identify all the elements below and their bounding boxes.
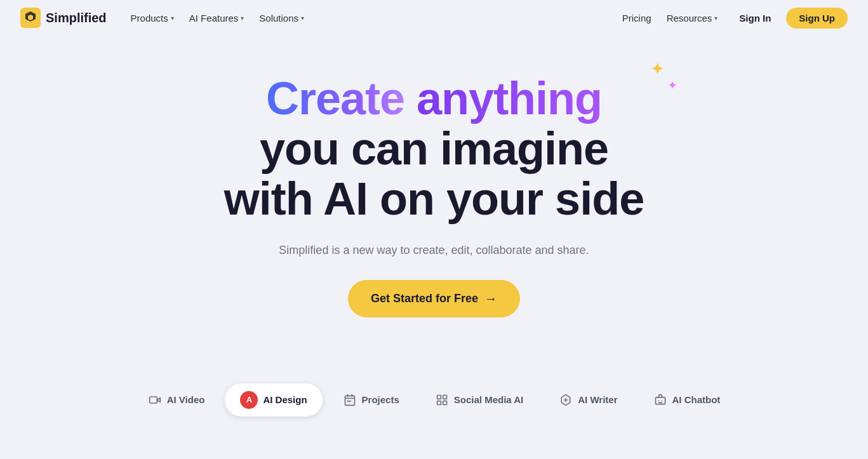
- logo-icon: [20, 8, 41, 28]
- hero-create-text: Create: [266, 73, 417, 124]
- svg-point-16: [658, 400, 659, 401]
- signin-button[interactable]: Sign In: [729, 8, 781, 29]
- nav-pricing[interactable]: Pricing: [616, 9, 658, 27]
- calendar-icon: [343, 393, 357, 407]
- cta-button[interactable]: Get Started for Free →: [348, 280, 520, 317]
- svg-rect-1: [149, 397, 157, 403]
- video-icon: [148, 393, 162, 407]
- sparkle-pink-icon: ✦: [668, 80, 676, 91]
- svg-rect-2: [345, 396, 354, 405]
- tab-ai-video-label: AI Video: [167, 394, 205, 405]
- navbar: Simplified Products ▾ AI Features ▾ Solu…: [0, 0, 868, 36]
- tab-projects[interactable]: Projects: [328, 385, 415, 415]
- hero-title: Create anything✦ ✦ you can imagine with …: [224, 74, 644, 225]
- tab-projects-label: Projects: [362, 394, 399, 405]
- hero-subtitle: Simplified is a new way to create, edit,…: [279, 244, 589, 257]
- tab-ai-writer[interactable]: AI Writer: [544, 385, 632, 415]
- tab-social-media-ai-label: Social Media AI: [454, 394, 523, 405]
- chevron-down-icon: ▾: [301, 15, 304, 22]
- tab-ai-chatbot-label: AI Chatbot: [672, 394, 721, 405]
- signup-button[interactable]: Sign Up: [786, 8, 848, 29]
- tab-ai-design[interactable]: A AI Design: [225, 383, 322, 416]
- cta-label: Get Started for Free: [371, 292, 478, 305]
- nav-links-left: Products ▾ AI Features ▾ Solutions ▾: [124, 9, 310, 27]
- chevron-down-icon: ▾: [171, 15, 174, 22]
- logo[interactable]: Simplified: [20, 8, 107, 28]
- tab-ai-design-label: AI Design: [263, 394, 307, 405]
- logo-text: Simplified: [46, 11, 107, 25]
- navbar-left: Simplified Products ▾ AI Features ▾ Solu…: [20, 8, 310, 28]
- svg-rect-11: [443, 401, 446, 404]
- chevron-down-icon: ▾: [714, 15, 718, 22]
- grid-icon: [435, 393, 449, 407]
- navbar-right: Pricing Resources ▾ Sign In Sign Up: [616, 8, 848, 29]
- hero-line3: with AI on your side: [224, 174, 644, 224]
- tab-ai-video[interactable]: AI Video: [133, 385, 220, 415]
- nav-ai-features[interactable]: AI Features ▾: [183, 9, 251, 27]
- tab-ai-chatbot[interactable]: AI Chatbot: [638, 385, 736, 415]
- svg-rect-9: [443, 395, 446, 399]
- tab-ai-writer-label: AI Writer: [578, 394, 617, 405]
- hero-line1: Create anything✦ ✦: [224, 74, 644, 124]
- svg-rect-10: [437, 401, 441, 404]
- nav-links-right: Pricing Resources ▾: [616, 9, 724, 27]
- svg-rect-8: [437, 395, 441, 399]
- sparkle-yellow-icon: ✦: [651, 61, 663, 77]
- nav-solutions[interactable]: Solutions ▾: [253, 9, 310, 27]
- hexagon-icon: [559, 393, 573, 407]
- chevron-down-icon: ▾: [241, 15, 244, 22]
- svg-point-17: [661, 400, 662, 401]
- hero-anything-text: anything: [417, 73, 602, 124]
- feature-tabs: AI Video A AI Design Projects: [0, 368, 868, 429]
- nav-products[interactable]: Products ▾: [124, 9, 180, 27]
- nav-resources[interactable]: Resources ▾: [660, 9, 724, 27]
- hero-line2: you can imagine: [224, 124, 644, 174]
- bot-icon: [653, 393, 667, 407]
- svg-rect-7: [349, 400, 351, 402]
- tab-social-media-ai[interactable]: Social Media AI: [420, 385, 538, 415]
- svg-rect-6: [347, 400, 349, 402]
- cta-arrow-icon: →: [484, 291, 497, 306]
- ai-design-icon: A: [240, 391, 258, 409]
- svg-rect-15: [655, 397, 665, 404]
- hero-section: Create anything✦ ✦ you can imagine with …: [0, 36, 868, 343]
